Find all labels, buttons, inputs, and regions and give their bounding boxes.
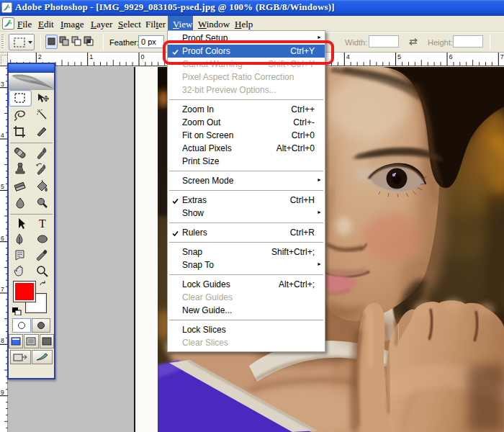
svg-text:6: 6 <box>449 53 453 60</box>
svg-text:4: 4 <box>346 53 350 60</box>
svg-text:5: 5 <box>1 183 4 190</box>
svg-text:5: 5 <box>397 53 401 60</box>
svg-text:4: 4 <box>1 132 4 139</box>
svg-text:2: 2 <box>38 53 42 60</box>
svg-text:8: 8 <box>1 337 4 344</box>
svg-text:9: 9 <box>1 389 4 396</box>
svg-text:7: 7 <box>1 286 4 293</box>
svg-text:0: 0 <box>141 53 145 60</box>
svg-text:T: T <box>39 217 46 230</box>
svg-text:3: 3 <box>1 81 4 88</box>
svg-text:7: 7 <box>500 53 504 60</box>
svg-text:1: 1 <box>89 53 93 60</box>
svg-text:6: 6 <box>1 235 4 242</box>
